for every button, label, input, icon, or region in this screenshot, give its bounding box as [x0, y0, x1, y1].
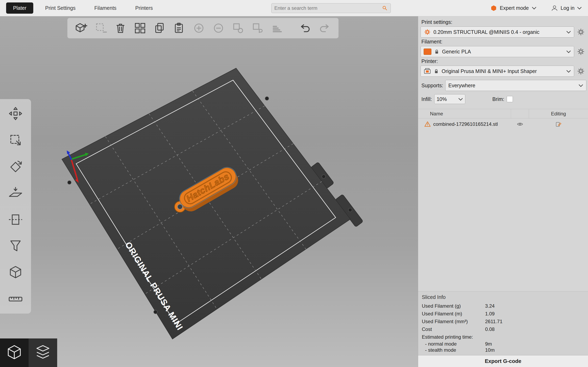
tab-print-settings[interactable]: Print Settings	[45, 5, 76, 11]
remove-object-icon	[92, 19, 110, 37]
search-input[interactable]	[274, 5, 381, 11]
object-list-header: Name Editing	[418, 109, 588, 118]
print-settings-gear-button[interactable]	[575, 26, 586, 38]
mode-selector[interactable]: Expert mode	[490, 5, 536, 11]
object-list: Name Editing combined-1729610165214.stl	[418, 109, 588, 130]
infill-combo[interactable]: 10%	[434, 94, 465, 104]
view-preview-button[interactable]	[29, 338, 57, 367]
stat-label: Used Filament (mm³)	[422, 318, 485, 325]
stat-value: 1.09	[485, 310, 588, 318]
stat-label: Estimated printing time:	[422, 333, 485, 341]
printer-gear-button[interactable]	[575, 66, 586, 77]
seam-tool-icon[interactable]	[6, 263, 25, 282]
view-mode-toggles	[0, 338, 57, 367]
move-tool-icon[interactable]	[6, 104, 25, 123]
user-icon	[551, 4, 558, 12]
stat-value: 9m	[485, 341, 588, 347]
filament-gear-button[interactable]	[575, 46, 586, 57]
variable-layer-height-icon	[268, 19, 286, 37]
cut-tool-icon[interactable]	[6, 210, 25, 229]
warning-icon	[424, 121, 431, 127]
filament-color-swatch	[424, 49, 432, 55]
print-bed-scene: ORIGINAL PRUSA MINI	[0, 16, 418, 367]
3d-viewport[interactable]: ORIGINAL PRUSA MINI	[0, 16, 418, 367]
print-settings-label: Print settings:	[421, 19, 585, 25]
gear-icon	[577, 67, 585, 75]
filament-label: Filament:	[421, 39, 585, 45]
stat-value: 0.08	[485, 325, 588, 333]
split-to-objects-icon	[229, 19, 247, 37]
stat-label: Used Filament (m)	[422, 310, 485, 318]
stat-value: 2611.71	[485, 318, 588, 325]
copy-icon[interactable]	[151, 19, 169, 37]
chevron-down-icon	[566, 70, 571, 73]
place-on-face-tool-icon[interactable]	[6, 184, 25, 203]
login-button[interactable]: Log in	[551, 4, 582, 12]
infill-value: 10%	[437, 96, 456, 102]
search-box[interactable]	[271, 3, 391, 13]
lock-icon	[433, 68, 439, 74]
sliced-info-row: - stealth mode 10m	[418, 347, 588, 353]
tab-printers[interactable]: Printers	[135, 5, 153, 11]
gizmo-toolbar	[0, 99, 31, 314]
sliced-info-row: Used Filament (mm³) 2611.71	[418, 318, 588, 325]
export-gcode-button[interactable]: Export G-code	[418, 355, 588, 367]
paint-supports-tool-icon[interactable]	[6, 236, 25, 256]
search-icon	[381, 5, 388, 11]
eye-icon[interactable]	[517, 121, 523, 127]
printer-combo[interactable]: Original Prusa MINI & MINI+ Input Shaper	[421, 66, 574, 77]
top-bar: Plater Print Settings Filaments Printers…	[0, 0, 588, 16]
chevron-down-icon	[532, 7, 536, 9]
sliced-info: Sliced Info Used Filament (g) 3.24 Used …	[418, 291, 588, 355]
arrange-icon[interactable]	[131, 19, 149, 37]
layers-icon	[34, 344, 52, 361]
paste-icon[interactable]	[170, 19, 188, 37]
brim-checkbox[interactable]	[507, 96, 513, 102]
scale-tool-icon[interactable]	[6, 131, 25, 150]
measure-tool-icon[interactable]	[6, 290, 25, 309]
tab-plater[interactable]: Plater	[6, 2, 33, 14]
split-to-parts-icon	[249, 19, 267, 37]
cube-icon	[6, 344, 23, 361]
redo-icon	[316, 19, 334, 37]
chevron-down-icon	[579, 84, 583, 87]
stat-label: Used Filament (g)	[422, 302, 485, 310]
chevron-down-icon	[458, 98, 463, 101]
add-object-icon[interactable]	[72, 19, 90, 37]
view-3d-editor-button[interactable]	[0, 338, 29, 367]
stat-label: - normal mode	[425, 341, 485, 347]
remove-instance-icon	[209, 19, 227, 37]
sliced-info-row: Cost 0.08	[418, 325, 588, 333]
column-name: Name	[418, 109, 511, 118]
sliced-info-row: Used Filament (m) 1.09	[418, 310, 588, 318]
lock-icon	[434, 49, 440, 54]
object-name: combined-1729610165214.stl	[433, 121, 498, 127]
print-settings-combo[interactable]: 0.20mm STRUCTURAL @MINIIS 0.4 - organic	[421, 26, 574, 38]
gear-icon	[577, 47, 585, 56]
column-visibility	[511, 109, 529, 118]
stat-label: - stealth mode	[425, 347, 485, 353]
settings-panel: Print settings: 0.20mm STRUCTURAL @MINII…	[418, 16, 588, 367]
printer-icon	[424, 67, 431, 75]
rotate-tool-icon[interactable]	[6, 157, 25, 176]
printer-value: Original Prusa MINI & MINI+ Input Shaper	[442, 68, 564, 74]
edit-object-icon[interactable]	[555, 121, 562, 127]
gear-icon	[424, 28, 431, 36]
delete-all-icon[interactable]	[112, 19, 130, 37]
tab-filaments[interactable]: Filaments	[94, 5, 116, 11]
stat-value: 10m	[485, 347, 588, 353]
stat-label: Cost	[422, 325, 485, 333]
viewport-toolbar	[67, 18, 338, 38]
supports-combo[interactable]: Everywhere	[445, 80, 586, 91]
sliced-info-row: - normal mode 9m	[418, 341, 588, 347]
object-list-row[interactable]: combined-1729610165214.stl	[418, 118, 588, 130]
printer-label: Printer:	[421, 58, 585, 64]
filament-combo[interactable]: Generic PLA	[421, 46, 574, 57]
column-editing: Editing	[529, 109, 588, 118]
mode-label: Expert mode	[500, 5, 529, 11]
stat-value	[485, 333, 588, 341]
gear-icon	[577, 28, 585, 36]
supports-value: Everywhere	[448, 83, 576, 89]
sliced-info-row: Used Filament (g) 3.24	[418, 302, 588, 310]
undo-icon[interactable]	[296, 19, 314, 37]
